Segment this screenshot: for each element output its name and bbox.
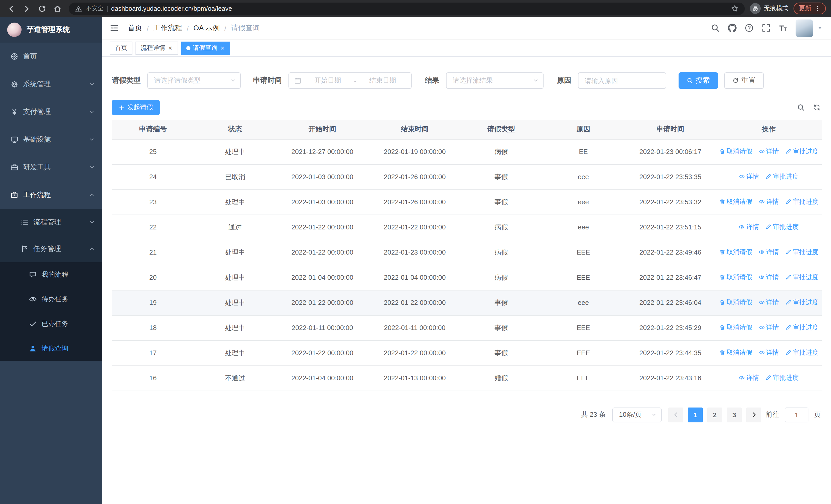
sidebar-item-label: 首页: [23, 52, 37, 61]
reset-button[interactable]: 重置: [724, 72, 764, 89]
sidebar-item-label: 流程管理: [33, 217, 61, 227]
approval-progress-link[interactable]: 审批进度: [785, 298, 819, 307]
detail-link[interactable]: 详情: [758, 349, 779, 357]
cell-apply-id: 22: [112, 214, 194, 240]
sidebar-item-9[interactable]: 待办任务: [0, 287, 102, 312]
update-chip[interactable]: 更新: [794, 3, 826, 14]
approval-progress-link[interactable]: 审批进度: [785, 198, 819, 206]
approval-progress-link[interactable]: 审批进度: [785, 349, 819, 357]
help-icon[interactable]: [745, 24, 753, 32]
sidebar-item-1[interactable]: 系统管理: [0, 70, 102, 98]
next-page-button[interactable]: [746, 407, 761, 422]
create-leave-button[interactable]: 发起请假: [112, 100, 160, 115]
cell-apply-id: 18: [112, 315, 194, 340]
sidebar-item-3[interactable]: 基础设施: [0, 126, 102, 153]
tags-view-tab-0[interactable]: 首页: [110, 41, 133, 55]
omnibox-divider: [107, 5, 108, 11]
sidebar-item-4[interactable]: 研发工具: [0, 153, 102, 181]
sidebar-item-2[interactable]: 支付管理: [0, 98, 102, 126]
chevron-up-icon: [89, 192, 95, 200]
close-icon[interactable]: ×: [168, 45, 173, 51]
sidebar-item-6[interactable]: 流程管理: [0, 209, 102, 236]
prev-page-button[interactable]: [668, 407, 683, 422]
reason-input[interactable]: [578, 72, 666, 89]
sidebar-item-0[interactable]: 首页: [0, 42, 102, 70]
cell-leave-type: 病假: [461, 214, 542, 240]
navbar-right: [711, 19, 823, 37]
page-size-select[interactable]: 10条/页: [612, 407, 662, 422]
approval-progress-link[interactable]: 审批进度: [765, 223, 799, 232]
approval-progress-link[interactable]: 审批进度: [785, 248, 819, 257]
cancel-leave-link[interactable]: 取消请假: [719, 147, 752, 156]
fullscreen-icon[interactable]: [762, 24, 770, 32]
approval-progress-link[interactable]: 审批进度: [785, 323, 819, 332]
bookmark-star-icon[interactable]: [731, 5, 739, 12]
leave-type-select[interactable]: 请选择请假类型: [147, 72, 241, 89]
approval-progress-link[interactable]: 审批进度: [765, 374, 799, 382]
page-number-2[interactable]: 2: [707, 407, 722, 422]
browser-home-icon[interactable]: [53, 4, 62, 12]
detail-link[interactable]: 详情: [758, 298, 779, 307]
search-button[interactable]: 搜索: [679, 72, 718, 89]
browser-refresh-icon[interactable]: [38, 4, 46, 12]
table-header-row: 申请编号状态开始时间结束时间请假类型原因申请时间操作: [112, 120, 822, 139]
sidebar-item-7[interactable]: 任务管理: [0, 236, 102, 262]
cell-reason: eee: [542, 214, 625, 240]
detail-link[interactable]: 详情: [739, 223, 759, 232]
address-bar[interactable]: 不安全 dashboard.yudao.iocoder.cn/bpm/oa/le…: [69, 2, 745, 14]
breadcrumb-item-2[interactable]: OA 示例: [194, 23, 220, 33]
page-number-3[interactable]: 3: [727, 407, 742, 422]
approval-progress-link[interactable]: 审批进度: [765, 173, 799, 181]
sidebar-item-8[interactable]: 我的流程: [0, 262, 102, 287]
cell-operations: 取消请假详情审批进度: [716, 290, 822, 315]
cancel-leave-link[interactable]: 取消请假: [719, 273, 752, 282]
cancel-leave-link[interactable]: 取消请假: [719, 198, 752, 206]
kebab-menu-icon[interactable]: [814, 5, 821, 12]
browser-forward-icon[interactable]: [23, 4, 31, 12]
approval-progress-link[interactable]: 审批进度: [785, 273, 819, 282]
cell-reason: EE: [542, 139, 625, 164]
detail-link[interactable]: 详情: [758, 198, 779, 206]
calendar-icon: [294, 77, 301, 84]
cell-apply-time: 2022-01-22 23:51:15: [625, 214, 716, 240]
avatar-caret-icon[interactable]: [817, 25, 823, 31]
browser-back-icon[interactable]: [7, 4, 16, 12]
security-warning-icon[interactable]: [75, 5, 82, 12]
cell-operations: 取消请假详情审批进度: [716, 189, 822, 214]
cancel-leave-link[interactable]: 取消请假: [719, 349, 752, 357]
user-avatar[interactable]: [796, 19, 813, 37]
font-size-icon[interactable]: [779, 24, 787, 32]
cancel-leave-link[interactable]: 取消请假: [719, 323, 752, 332]
breadcrumb-item-1[interactable]: 工作流程: [153, 23, 182, 33]
breadcrumb-item-0[interactable]: 首页: [128, 23, 142, 33]
approval-progress-link[interactable]: 审批进度: [785, 147, 819, 156]
detail-link-label: 详情: [746, 223, 759, 232]
cell-leave-type: 病假: [461, 265, 542, 290]
cancel-leave-link[interactable]: 取消请假: [719, 298, 752, 307]
detail-link[interactable]: 详情: [758, 323, 779, 332]
detail-link[interactable]: 详情: [758, 273, 779, 282]
cell-start-time: 2022-01-22 00:00:00: [276, 340, 369, 365]
close-icon[interactable]: ×: [220, 45, 225, 51]
table-search-icon[interactable]: [797, 104, 805, 111]
page-number-1[interactable]: 1: [688, 407, 703, 422]
sidebar-item-10[interactable]: 已办任务: [0, 312, 102, 336]
tags-view-tab-2[interactable]: 请假查询×: [181, 41, 230, 55]
sidebar-item-11[interactable]: 请假查询: [0, 336, 102, 361]
cancel-leave-link[interactable]: 取消请假: [719, 248, 752, 257]
goto-page-input[interactable]: [785, 407, 808, 422]
search-icon[interactable]: [711, 24, 720, 32]
sidebar-item-5[interactable]: 工作流程: [0, 181, 102, 209]
detail-link[interactable]: 详情: [758, 248, 779, 257]
detail-link[interactable]: 详情: [739, 374, 759, 382]
sidebar-toggle-icon[interactable]: [110, 24, 119, 32]
incognito-badge: 无痕模式: [750, 3, 789, 14]
github-icon[interactable]: [728, 24, 737, 32]
detail-link[interactable]: 详情: [758, 147, 779, 156]
logo[interactable]: 芋道管理系统: [0, 17, 102, 42]
table-refresh-icon[interactable]: [813, 104, 821, 111]
tags-view-tab-1[interactable]: 流程详情×: [136, 41, 178, 55]
result-select[interactable]: 请选择流结果: [446, 72, 544, 89]
detail-link[interactable]: 详情: [739, 173, 759, 181]
apply-time-range[interactable]: 开始日期 - 结束日期: [288, 72, 412, 89]
